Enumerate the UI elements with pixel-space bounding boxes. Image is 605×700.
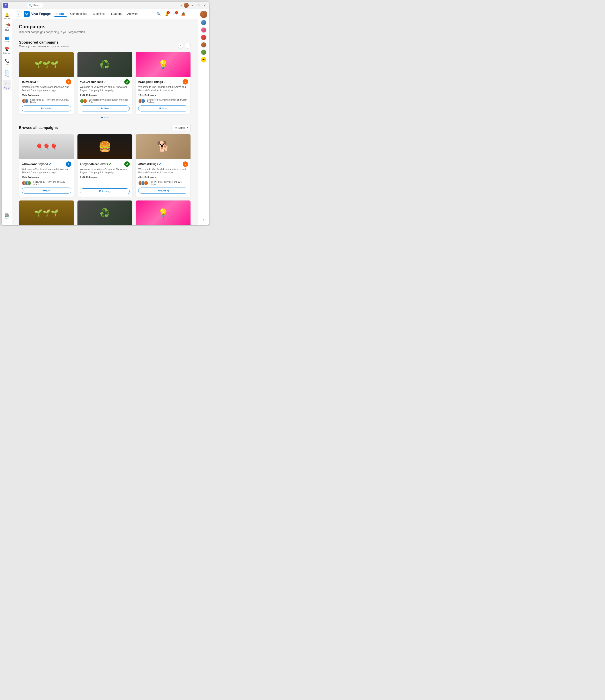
cutestdawgs-title: #CutestDawgs ✔ xyxy=(138,162,161,166)
browse-sponsor-avatar-3 xyxy=(27,181,31,185)
abovebeyond-title-text: #AboveAndBeyond xyxy=(22,162,48,166)
forward-button[interactable]: › xyxy=(17,3,22,8)
search-placeholder: Search xyxy=(33,4,41,7)
right-panel-avatar-6[interactable] xyxy=(201,49,207,55)
back-button[interactable]: ‹ xyxy=(11,3,17,8)
abovebeyond-card-body: #AboveAndBeyond ✔ # Welcome to Van Arsde… xyxy=(19,159,74,196)
abovebeyond-sponsor: Followed by Henry Brill and 126 others xyxy=(22,180,71,185)
abovebeyond-sponsor-text: Followed by Henry Brill and 126 others xyxy=(33,180,71,185)
search-button[interactable]: 🔍 xyxy=(155,11,162,17)
browse-card-cutestdawgs: #CutestDawgs ✔ # Welcome to Van Arsdel's… xyxy=(136,134,191,197)
gadgets-hash-badge: # xyxy=(183,79,188,84)
search-icon: 🔍 xyxy=(29,4,32,7)
share-button[interactable]: 📤 xyxy=(180,11,187,17)
store-icon: 🏬 xyxy=(5,212,9,217)
beyondmeat-description: Welcome to Van Arsdel's annual Above and… xyxy=(80,168,130,175)
close-button[interactable]: ✕ xyxy=(202,3,207,8)
cutestdawgs-hash-badge: # xyxy=(183,161,188,167)
pagination-dot-1[interactable] xyxy=(101,117,103,118)
content-area: ‹ Viva Engage Home Communities Storyline… xyxy=(12,9,198,225)
app-name-label: Viva Engage xyxy=(31,12,51,16)
give2023-card-image xyxy=(19,52,74,77)
sidebar-item-teams[interactable]: 👥 Teams xyxy=(3,34,11,44)
pagination-dot-2[interactable] xyxy=(104,117,106,118)
right-panel-avatar-3[interactable] xyxy=(201,27,207,33)
search-bar[interactable]: 🔍 Search xyxy=(27,3,43,8)
more-options-button[interactable]: ··· xyxy=(179,3,183,7)
activity-label: Activity xyxy=(4,18,10,20)
give2023-sponsor-text: Sponsored by Henry Brill and Amanda Brad… xyxy=(30,99,71,103)
calendar-label: Calendar xyxy=(3,52,11,54)
calls-label: Calls xyxy=(5,64,9,66)
give2023-hash-badge: # xyxy=(66,79,71,84)
sponsored-prev-button[interactable]: ‹ xyxy=(178,43,183,49)
files-icon: 📄 xyxy=(5,70,9,75)
gadgets-follow-button[interactable]: Follow xyxy=(138,105,188,111)
filter-chevron-icon: ▾ xyxy=(187,126,188,129)
cutestdawgs-followers: 424k Followers xyxy=(138,176,188,179)
gogreen-description: Welcome to Van Arsdel's annual Above and… xyxy=(80,85,130,92)
nav-link-answers[interactable]: Answers xyxy=(125,11,141,17)
sponsored-section-header: Sponsored campaigns Campaigns recommende… xyxy=(19,40,191,51)
page-title: Campaigns xyxy=(19,24,191,30)
browse-section-title: Browse all campaigns xyxy=(19,126,58,130)
right-panel-avatar-main[interactable] xyxy=(200,11,207,18)
active-filter-button[interactable]: ≡ Active ▾ xyxy=(173,125,191,131)
beyondmeat-title-text: #BeyondMeatLovers xyxy=(80,162,108,166)
cutestdawgs-sponsor-text: Followed by Henry Brill and 126 others xyxy=(150,180,188,185)
gadgets-sponsor-text: Sponsored by Amanda Brady and Collin Bal… xyxy=(147,99,188,103)
gogreen-followers: 234k Followers xyxy=(80,94,130,97)
collapse-sidebar-button[interactable]: ‹ xyxy=(16,11,21,17)
user-avatar[interactable] xyxy=(184,3,189,8)
browse-card-gadgetsb: #GadgetsNThings ✔ # Welcome to Van Arsde… xyxy=(136,200,191,225)
sidebar-item-calendar[interactable]: 📅 Calendar xyxy=(3,45,11,56)
notifications-button[interactable]: 🔔10 xyxy=(164,11,170,17)
sponsored-next-button[interactable]: › xyxy=(185,43,191,49)
pagination-dot-3[interactable] xyxy=(107,117,108,118)
sidebar-item-chat[interactable]: 1 💬 Chat xyxy=(3,22,11,33)
sidebar-item-engage[interactable]: ⬡ Engage xyxy=(3,80,11,91)
right-panel-collapse-button[interactable]: › xyxy=(200,216,207,223)
browse-card-beyondmeat: #BeyondMeatLovers ✔ # Welcome to Van Ars… xyxy=(77,134,132,197)
sponsored-cards-row: #Give2023 ✔ # Welcome to Van Arsdel's an… xyxy=(19,52,191,114)
cutestdawgs-follow-button[interactable]: Following xyxy=(138,188,188,194)
right-panel-avatar-2[interactable] xyxy=(201,20,207,25)
maximize-button[interactable]: □ xyxy=(196,3,201,8)
right-panel: ★ › xyxy=(198,9,209,225)
pagination-dots xyxy=(19,117,191,118)
abovebeyond-follow-button[interactable]: Follow xyxy=(22,188,71,194)
viva-engage-logo xyxy=(24,11,30,17)
abovebeyond-hash-badge: # xyxy=(66,161,71,167)
sponsored-section-nav: ‹ › xyxy=(178,43,191,49)
minimize-button[interactable]: − xyxy=(190,3,195,8)
right-panel-avatar-5[interactable] xyxy=(201,42,207,48)
sidebar-item-activity[interactable]: 🔔 Activity xyxy=(3,11,11,21)
sponsored-campaigns-section: Sponsored campaigns Campaigns recommende… xyxy=(19,40,191,118)
gadgets-followers: 234k Followers xyxy=(138,94,188,97)
give2023-title: #Give2023 ✔ xyxy=(22,80,38,83)
sidebar-item-files[interactable]: 📄 Files xyxy=(3,68,11,79)
page-content: Campaigns Discover campaigns happening i… xyxy=(12,19,197,225)
title-bar-right: ··· − □ ✕ xyxy=(179,3,207,8)
more-button[interactable]: ··· xyxy=(188,11,195,17)
cutestdawgs-card-body: #CutestDawgs ✔ # Welcome to Van Arsdel's… xyxy=(136,159,190,196)
give2023-follow-button[interactable]: Following xyxy=(22,105,71,111)
gogreen-follow-button[interactable]: Follow xyxy=(80,105,130,111)
nav-link-leaders[interactable]: Leaders xyxy=(109,11,124,17)
sidebar-item-calls[interactable]: 📞 Calls xyxy=(3,57,11,68)
nav-link-communities[interactable]: Communities xyxy=(68,11,89,17)
beyondmeat-follow-button[interactable]: Following xyxy=(80,189,130,194)
nav-link-storylines[interactable]: Storylines xyxy=(90,11,108,17)
messages-badge: 1 xyxy=(175,11,178,14)
right-panel-icon-7[interactable]: ★ xyxy=(201,57,207,62)
gadgetsb-card-image xyxy=(136,200,190,225)
messages-button[interactable]: ✉️1 xyxy=(172,11,178,17)
sidebar-item-store[interactable]: 🏬 Store xyxy=(3,211,11,222)
abovebeyond-followers: 234k Followers xyxy=(22,176,71,179)
right-panel-avatar-4[interactable] xyxy=(201,34,207,40)
files-label: Files xyxy=(5,75,9,77)
more-apps-button[interactable]: ··· xyxy=(5,205,8,209)
nav-link-home[interactable]: Home xyxy=(54,11,67,17)
give2023-verified-icon: ✔ xyxy=(36,80,38,83)
gogreen-verified-icon: ✔ xyxy=(104,80,106,83)
